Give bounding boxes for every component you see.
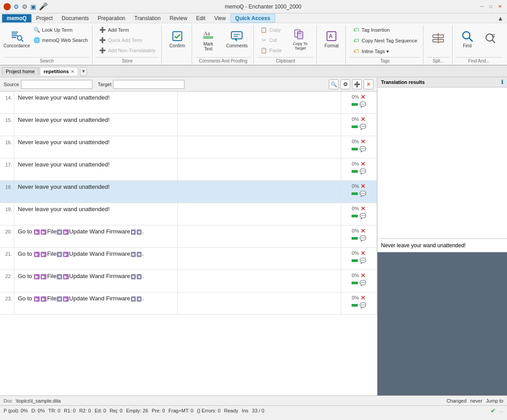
seg-source-21[interactable]: Go to ▶▶File■▶Update Wand Firmware■■. [14,248,178,270]
tag-arrow-7: ▶ [34,274,40,279]
seg-comment-23[interactable]: 💬 [360,302,366,308]
seg-comment-20[interactable]: 💬 [360,235,366,241]
seg-x-19[interactable]: ✕ [360,205,366,212]
menu-project[interactable]: Project [32,14,57,22]
cut-button[interactable]: ✂ Cut [257,35,285,45]
seg-x-23[interactable]: ✕ [360,294,366,301]
right-panel-info-icon[interactable]: ℹ [501,79,503,85]
find-options-button[interactable] [479,25,502,52]
seg-target-15[interactable] [178,114,341,136]
seg-status-17: 0% ✕ 💬 [341,158,377,180]
seg-x-16[interactable]: ✕ [360,138,366,145]
seg-source-17[interactable]: Never leave your wand unattended! [14,158,178,180]
seg-comment-16[interactable]: 💬 [360,146,366,152]
seg-source-19[interactable]: Never leave your wand unattended! [14,203,178,225]
memoq-web-search-button[interactable]: 🌐 memoQ Web Search [30,35,91,45]
menu-documents[interactable]: Documents [57,14,93,22]
seg-comment-17[interactable]: 💬 [360,168,366,175]
seg-comment-14[interactable]: 💬 [360,101,366,108]
seg-comment-15[interactable]: 💬 [360,124,366,130]
status-pos: 33 / 0 [252,408,264,413]
find-button[interactable]: Find [456,25,478,52]
seg-source-23[interactable]: Go to ▶▶File■▶Update Wand Firmware■■. [14,292,178,314]
quick-add-term-button[interactable]: ➕ Quick Add Term [96,35,159,45]
menu-preparation[interactable]: Preparation [93,14,130,22]
seg-num-20: 20. [0,225,14,247]
seg-x-15[interactable]: ✕ [360,116,366,123]
store-col: ➕ Add Term ➕ Quick Add Term ➕ Add Non-Tr… [96,25,159,55]
seg-source-15[interactable]: Never leave your wand unattended! [14,114,178,136]
add-icon-button[interactable]: ➕ [352,79,362,89]
copy-to-target-icon [293,27,307,42]
tag-arrow-3: ▶ [63,229,69,235]
seg-source-22[interactable]: Go to ▶▶File■▶Update Wand Firmware■■. [14,270,178,292]
mark-text-button[interactable]: Aa Mark Text [196,25,221,54]
seg-x-22[interactable]: ✕ [360,272,366,279]
seg-source-16[interactable]: Never leave your wand unattended! [14,136,178,158]
copy-to-target-button[interactable]: Copy To Target [287,25,314,53]
seg-target-19[interactable] [178,203,341,225]
lookup-term-button[interactable]: 🔍 Look Up Term [30,25,91,35]
seg-target-21[interactable] [178,248,341,270]
confirm-icon [170,29,184,43]
seg-target-16[interactable] [178,136,341,158]
inline-tags-button[interactable]: 🏷 Inline Tags ▾ [349,46,420,56]
seg-x-18[interactable]: ✕ [360,183,366,190]
seg-x-20[interactable]: ✕ [360,227,366,234]
maximize-button[interactable]: □ [487,3,494,10]
add-non-translatable-button[interactable]: ➕ Add Non-Translatable [96,46,159,55]
seg-target-23[interactable] [178,292,341,314]
copy-next-tag-sequence-button[interactable]: 🏷 Copy Next Tag Sequence [349,36,420,46]
paste-button[interactable]: 📋 Paste [257,46,285,55]
menu-translation[interactable]: Translation [130,14,165,22]
seg-x-21[interactable]: ✕ [360,250,366,257]
copy-button[interactable]: 📋 Copy [257,25,285,35]
split-button[interactable] [427,25,449,52]
seg-target-20[interactable] [178,225,341,247]
tab-repetitions-close[interactable]: ✕ [71,69,74,74]
seg-comment-19[interactable]: 💬 [360,213,366,219]
close-button[interactable]: ✕ [496,3,503,10]
seg-x-14[interactable]: ✕ [360,93,366,100]
menu-review[interactable]: Review [165,14,192,22]
ribbon-collapse-icon[interactable]: ▲ [497,15,505,22]
tab-repetitions[interactable]: repetitions ✕ [40,67,78,75]
menu-quick-access[interactable]: Quick Access [230,14,275,23]
tab-dropdown-button[interactable]: ▼ [80,67,87,76]
clear-icon-button[interactable]: ✕ [364,79,373,89]
comments-button[interactable]: Comments [223,25,250,52]
concordance-button[interactable]: Concordance [4,25,29,52]
seg-x-17[interactable]: ✕ [360,160,366,167]
tab-project-home[interactable]: Project home [2,67,39,75]
seg-comment-22[interactable]: 💬 [360,280,366,286]
seg-target-14[interactable] [178,91,341,113]
status-pre: Pre: 0 [152,408,165,413]
seg-target-18[interactable] [178,181,341,203]
menu-memoq[interactable]: memoQ [2,14,32,23]
tags-group-label: Tags [349,57,420,65]
settings-icon-button[interactable]: ⚙ [340,79,350,89]
window-controls[interactable]: ─ □ ✕ [478,3,503,10]
search-icon-button[interactable]: 🔍 [329,79,339,89]
menu-view[interactable]: View [210,14,230,22]
seg-target-22[interactable] [178,270,341,292]
add-term-button[interactable]: ➕ Add Term [96,25,159,35]
memoq-web-search-label: memoQ Web Search [42,37,88,43]
tag-arrow-5: ▶ [41,252,46,257]
seg-bar-actions-21: 💬 [352,258,366,264]
seg-comment-18[interactable]: 💬 [360,191,366,197]
confirm-button[interactable]: Confirm [165,25,189,52]
status-bar-1: Doc \topics\t_sample.dita Changed never … [0,395,507,405]
seg-target-17[interactable] [178,158,341,180]
format-button[interactable]: A Format [320,25,343,52]
seg-source-20[interactable]: Go to ▶▶File■▶Update Wand Firmware■■. [14,225,178,247]
seg-comment-21[interactable]: 💬 [360,258,366,264]
menu-edit[interactable]: Edit [192,14,210,22]
tag-insertion-button[interactable]: 🏷 Tag Insertion [349,25,420,35]
minimize-button[interactable]: ─ [478,3,486,10]
source-search-input[interactable] [21,80,92,89]
seg-source-14[interactable]: Never leave your wand unattended! [14,91,178,113]
seg-source-18[interactable]: Never leave your wand unattended! [14,181,178,203]
target-search-input[interactable] [113,80,184,89]
concordance-icon [10,29,24,43]
